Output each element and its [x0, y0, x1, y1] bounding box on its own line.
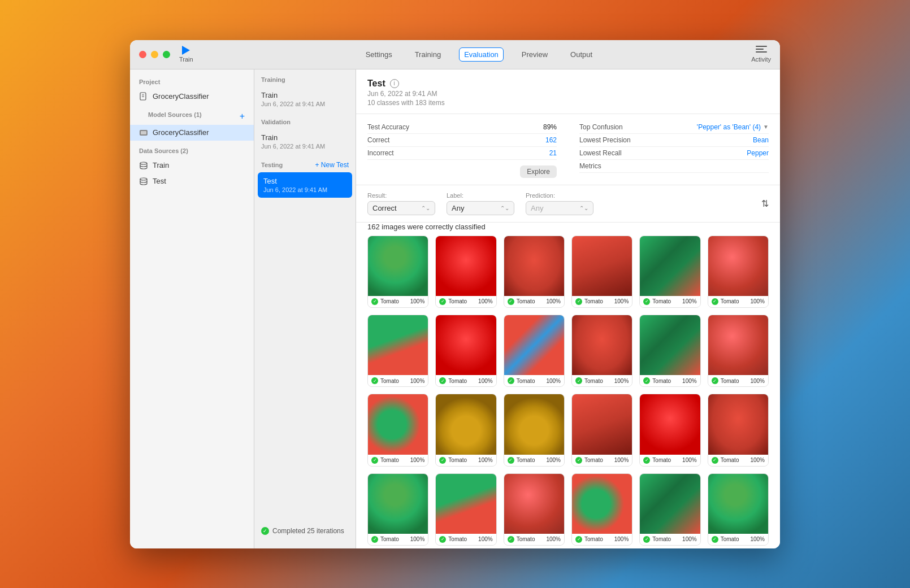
- top-confusion-chevron[interactable]: ▼: [763, 124, 769, 130]
- image-pct: 100%: [614, 378, 629, 384]
- sidebar-data-label: Data Sources (2): [130, 147, 254, 158]
- image-label-row: Tomato: [439, 536, 467, 543]
- image-thumbnail: [572, 474, 632, 534]
- stats-col-left: Test Accuracy 89% Correct 162 Incorrect …: [367, 121, 557, 178]
- filter-prediction-chevron: ⌃⌄: [579, 205, 588, 211]
- test-subtitle-classes: 10 classes with 183 items: [367, 99, 769, 107]
- tab-training[interactable]: Training: [410, 48, 445, 61]
- training-item[interactable]: Train Jun 6, 2022 at 9:41 AM: [254, 86, 356, 112]
- minimize-button[interactable]: [151, 51, 158, 58]
- tab-preview[interactable]: Preview: [517, 48, 552, 61]
- stat-top-confusion-label: Top Confusion: [579, 123, 623, 131]
- image-card[interactable]: Tomato100%: [708, 315, 769, 387]
- svg-rect-4: [141, 131, 146, 134]
- image-card[interactable]: Tomato100%: [708, 473, 769, 546]
- image-pct: 100%: [682, 298, 697, 304]
- sidebar-item-train[interactable]: Train: [130, 158, 254, 173]
- image-thumbnail: [504, 394, 564, 454]
- test-item-selected[interactable]: Test Jun 6, 2022 at 9:41 AM: [258, 172, 352, 198]
- activity-button[interactable]: Activity: [751, 46, 771, 63]
- image-card[interactable]: Tomato100%: [367, 236, 428, 308]
- document-icon: [139, 92, 148, 101]
- image-label-text: Tomato: [380, 298, 399, 304]
- filter-result-select[interactable]: Correct ⌃⌄: [367, 201, 435, 215]
- check-icon: [712, 457, 718, 464]
- right-content: Test i Jun 6, 2022 at 9:41 AM 10 classes…: [356, 69, 780, 548]
- explore-button[interactable]: Explore: [520, 165, 557, 178]
- close-button[interactable]: [139, 51, 146, 58]
- test-title-row: Test i: [367, 79, 769, 89]
- image-card[interactable]: Tomato100%: [639, 473, 700, 546]
- filter-prediction-select[interactable]: Any ⌃⌄: [526, 201, 593, 215]
- image-pct: 100%: [410, 298, 425, 304]
- sidebar-item-test[interactable]: Test: [130, 173, 254, 189]
- image-card[interactable]: Tomato100%: [367, 473, 428, 546]
- new-test-button[interactable]: + New Test: [315, 161, 349, 169]
- image-card[interactable]: Tomato100%: [367, 394, 428, 466]
- image-card[interactable]: Tomato100%: [504, 394, 565, 466]
- sidebar-data-section: Data Sources (2) Train Test: [130, 147, 254, 189]
- image-card[interactable]: Tomato100%: [435, 315, 496, 387]
- image-label-text: Tomato: [380, 457, 399, 463]
- train-button[interactable]: Train: [179, 46, 193, 63]
- maximize-button[interactable]: [163, 51, 170, 58]
- image-card[interactable]: Tomato100%: [571, 236, 632, 308]
- stat-lowest-precision: Lowest Precision Bean: [579, 134, 769, 147]
- image-card[interactable]: Tomato100%: [435, 236, 496, 308]
- image-card[interactable]: Tomato100%: [639, 315, 700, 387]
- image-thumbnail: [368, 315, 428, 375]
- test-title: Test: [367, 79, 385, 89]
- tab-output[interactable]: Output: [566, 48, 597, 61]
- image-card[interactable]: Tomato100%: [571, 315, 632, 387]
- sort-button[interactable]: ⇅: [761, 198, 769, 209]
- image-card-footer: Tomato100%: [504, 296, 564, 307]
- filter-label-select[interactable]: Any ⌃⌄: [447, 201, 514, 215]
- image-card[interactable]: Tomato100%: [367, 315, 428, 387]
- image-card[interactable]: Tomato100%: [571, 394, 632, 466]
- image-card[interactable]: Tomato100%: [504, 473, 565, 546]
- testing-section-label: Testing: [261, 162, 283, 168]
- filter-label: Label: Any ⌃⌄: [447, 192, 514, 215]
- sidebar-model-row: Model Sources (1) +: [130, 111, 254, 125]
- image-card[interactable]: Tomato100%: [435, 394, 496, 466]
- tab-evaluation[interactable]: Evaluation: [459, 47, 504, 62]
- image-card[interactable]: Tomato100%: [708, 236, 769, 308]
- image-grid-container[interactable]: Tomato100%Tomato100%Tomato100%Tomato100%…: [356, 236, 780, 548]
- sidebar-item-grocery-classifier[interactable]: GroceryClassifier: [130, 125, 254, 141]
- info-section: Test i Jun 6, 2022 at 9:41 AM 10 classes…: [356, 69, 780, 114]
- image-card-footer: Tomato100%: [572, 296, 632, 307]
- image-label-row: Tomato: [508, 457, 535, 464]
- sidebar-add-model-button[interactable]: +: [240, 112, 245, 121]
- info-icon[interactable]: i: [390, 79, 399, 88]
- sidebar-item-project[interactable]: GroceryClassifier: [130, 89, 254, 104]
- validation-item[interactable]: Train Jun 6, 2022 at 9:41 AM: [254, 129, 356, 154]
- test-item-sub: Jun 6, 2022 at 9:41 AM: [263, 186, 346, 193]
- filter-prediction-value: Any: [531, 204, 543, 212]
- image-label-text: Tomato: [584, 378, 603, 384]
- image-card[interactable]: Tomato100%: [504, 236, 565, 308]
- filter-label-value: Any: [452, 204, 464, 212]
- image-card[interactable]: Tomato100%: [708, 394, 769, 466]
- tab-settings[interactable]: Settings: [361, 48, 397, 61]
- image-card-footer: Tomato100%: [640, 375, 700, 386]
- image-card-footer: Tomato100%: [708, 296, 768, 307]
- image-label-text: Tomato: [448, 298, 467, 304]
- image-pct: 100%: [750, 298, 765, 304]
- database-icon-test: [139, 177, 148, 186]
- sidebar-model-section: Model Sources (1) + GroceryClassifier: [130, 111, 254, 141]
- image-label-row: Tomato: [643, 377, 671, 384]
- check-icon: [643, 298, 650, 305]
- toolbar-right: Activity: [751, 46, 771, 63]
- image-card[interactable]: Tomato100%: [504, 315, 565, 387]
- filter-result-label: Result:: [367, 192, 435, 199]
- image-label-row: Tomato: [371, 377, 399, 384]
- image-card[interactable]: Tomato100%: [435, 473, 496, 546]
- validation-section-label: Validation: [254, 119, 356, 129]
- image-card[interactable]: Tomato100%: [639, 236, 700, 308]
- image-card[interactable]: Tomato100%: [639, 394, 700, 466]
- stat-top-confusion: Top Confusion 'Pepper' as 'Bean' (4) ▼: [579, 121, 769, 134]
- image-card[interactable]: Tomato100%: [571, 473, 632, 546]
- image-grid: Tomato100%Tomato100%Tomato100%Tomato100%…: [367, 236, 769, 546]
- train-label: Train: [179, 56, 193, 63]
- image-pct: 100%: [614, 457, 629, 463]
